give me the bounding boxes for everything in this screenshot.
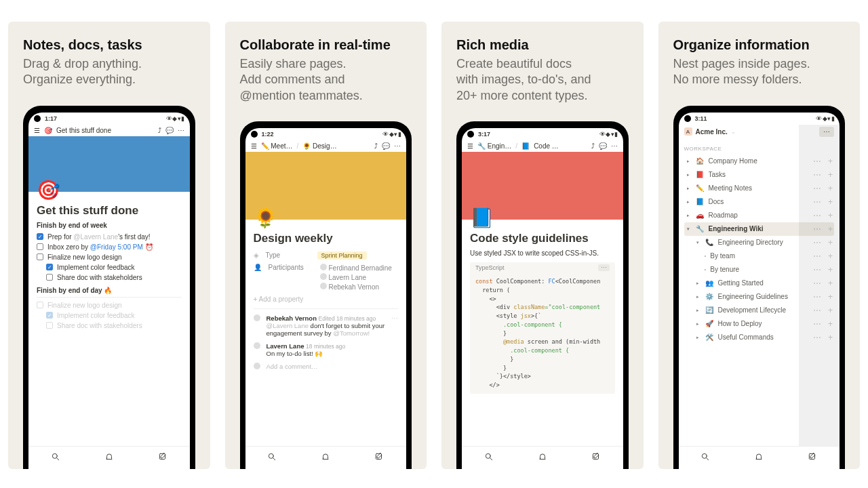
breadcrumb[interactable]: ✏️ Meet… [261,142,293,150]
code-block[interactable]: const CoolComponent: FC<CoolComponen ret… [470,273,615,394]
date-reminder[interactable]: @Friday 5:00 PM ⏰ [90,243,153,251]
more-icon[interactable]: ⋯ [178,127,184,134]
compose-icon[interactable] [808,452,817,464]
menu-icon[interactable]: ☰ [467,142,473,150]
share-icon[interactable]: ⤴ [158,127,161,134]
ghost-task[interactable]: ✓ Implement color feedback [46,310,182,321]
search-icon[interactable] [701,452,710,464]
comment-more-icon[interactable]: ⋯ [391,314,398,322]
task-item[interactable]: Inbox zero by @Friday 5:00 PM ⏰ [37,242,182,252]
code-block-header: TypeScript ⋯ [470,262,615,273]
breadcrumb[interactable]: Get this stuff done [56,127,111,134]
search-icon[interactable] [51,452,60,464]
task-item[interactable]: Finalize new logo design [37,252,182,262]
comment-icon[interactable]: 💬 [382,142,390,150]
code-more-icon[interactable]: ⋯ [598,264,610,271]
checkbox-icon[interactable] [46,322,53,329]
chevron-icon[interactable]: ▸ [686,172,691,178]
comment-icon[interactable]: 💬 [599,142,607,150]
notifications-icon[interactable] [538,452,547,464]
page-title[interactable]: Design weekly [254,232,399,245]
chevron-icon[interactable]: ▸ [695,321,701,327]
page-title[interactable]: Get this stuff done [37,204,182,218]
share-icon[interactable]: ⤴ [591,142,595,150]
section-heading[interactable]: Finish by end of week [37,222,182,229]
chevron-icon[interactable]: ▸ [686,213,691,218]
checkbox-icon[interactable]: ✓ [46,264,53,270]
section-heading[interactable]: Finish by end of day 🔥 [37,287,182,294]
checkbox-icon[interactable] [37,302,43,308]
page-icon: 🛠️ [705,333,714,341]
menu-icon[interactable]: ☰ [251,142,257,150]
comment-icon[interactable]: 💬 [165,127,174,134]
more-icon[interactable]: ⋯ [611,142,618,150]
breadcrumb[interactable]: 🔧 Engin… [477,142,511,150]
comment[interactable]: Lavern Lane 18 minutes ago On my to-do l… [254,340,399,360]
subtask-item[interactable]: ✓ Implement color feedback [46,262,182,272]
chevron-icon[interactable]: ▸ [695,294,701,300]
search-icon[interactable] [484,452,494,464]
ghost-task[interactable]: Finalize new logo design [37,300,182,310]
user-mention[interactable]: @Lavern Lane [73,233,118,241]
svg-point-6 [486,453,490,458]
comment[interactable]: Rebekah Vernon Edited 18 minutes ago ⋯ @… [254,312,399,340]
workspace-switcher-icon[interactable]: ⌄ [731,129,736,135]
menu-icon[interactable]: ☰ [34,127,40,134]
task-item[interactable]: ✓ Prep for @Lavern Lane's first day! [37,232,182,242]
breadcrumb[interactable]: 🌻 Desig… [302,142,336,150]
type-tag[interactable]: Sprint Planning [317,251,367,260]
chevron-icon[interactable]: ▾ [695,240,701,245]
more-icon[interactable]: ⋯ [394,142,401,150]
avatar [254,363,260,369]
chevron-icon[interactable]: ▸ [695,281,701,286]
phone-mockup: 1:22 👁 ◆ ▾ ▮ ☰ ✏️ Meet… / 🌻 Desig… ⤴ 💬 ⋯ [240,121,412,469]
chevron-icon[interactable]: ▸ [686,159,691,164]
status-bar: 1:17 👁 ◆ ▾ ▮ [28,113,190,125]
bottom-nav [462,446,623,469]
chevron-icon[interactable]: ▸ [695,308,701,313]
sidebar-item-label: Roadmap [709,211,809,219]
checkbox-icon[interactable] [46,274,53,281]
search-icon[interactable] [267,452,277,464]
chevron-icon[interactable]: ▸ [686,199,691,205]
notifications-icon[interactable] [104,452,114,464]
bullet-icon[interactable]: • [705,266,707,272]
notifications-icon[interactable] [754,452,764,464]
checkbox-icon[interactable] [37,243,43,250]
page-emoji[interactable]: 🌻 [254,209,399,228]
page-intro[interactable]: Use styled JSX to write scoped CSS-in-JS… [470,249,615,257]
chevron-icon[interactable]: ▾ [686,226,691,232]
checkbox-icon[interactable] [37,253,43,260]
ghost-task[interactable]: Share doc with stakeholders [46,321,182,331]
sidebar-item-label: Development Lifecycle [718,306,809,314]
participant: Ferdinand Bernadine [320,264,392,272]
notifications-icon[interactable] [321,452,330,464]
add-comment-input[interactable]: Add a comment… [254,360,399,373]
checkbox-icon[interactable]: ✓ [37,233,43,240]
bullet-icon[interactable]: • [705,253,707,259]
compose-icon[interactable] [158,452,167,464]
svg-point-3 [269,453,273,458]
camera-dot [251,131,258,138]
page-emoji[interactable]: 🎯 [37,181,182,200]
page-icon: 👥 [705,279,714,287]
chevron-icon[interactable]: ▸ [695,335,701,340]
compose-icon[interactable] [374,452,384,464]
share-icon[interactable]: ⤴ [374,142,378,150]
page-title[interactable]: Code style guidelines [470,232,615,245]
property-row[interactable]: 👤 Participants Ferdinand Bernadine Laver… [254,262,399,293]
breadcrumb[interactable]: Code … [534,142,559,150]
workspace-name[interactable]: Acme Inc. [696,128,728,136]
subtask-item[interactable]: Share doc with stakeholders [46,272,182,283]
panel-sub: Create beautiful docs with images, to-do… [456,56,629,104]
page-emoji[interactable]: 📘 [470,209,615,228]
chevron-icon[interactable]: ▸ [686,186,691,191]
add-property-button[interactable]: + Add a property [254,293,399,306]
sidebar-item-label: Meeting Notes [709,184,809,192]
page-toolbar: ☰ 🔧 Engin… / 📘 Code … ⤴ 💬 ⋯ [462,140,623,152]
status-bar: 1:22 👁 ◆ ▾ ▮ [245,128,407,140]
code-language[interactable]: TypeScript [475,264,505,271]
checkbox-icon[interactable]: ✓ [46,312,53,319]
compose-icon[interactable] [591,452,601,464]
property-row[interactable]: ◈ Type Sprint Planning [254,249,399,262]
